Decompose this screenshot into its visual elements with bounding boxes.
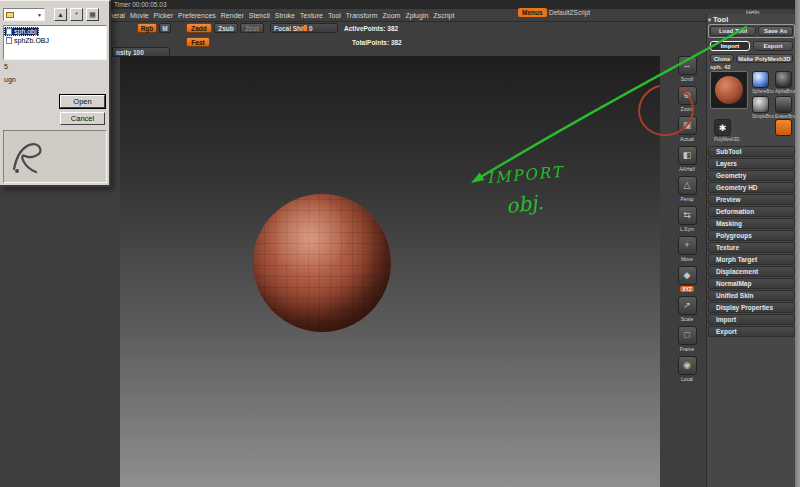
zadd-button[interactable]: Zadd: [186, 23, 212, 33]
shelf-item-move[interactable]: + Move: [668, 236, 706, 262]
up-arrow-icon: ▲: [57, 11, 64, 18]
shelf-label: L.Sym: [680, 226, 694, 232]
zsub-button[interactable]: Zsub: [214, 23, 238, 33]
section-unified-skin[interactable]: Unified Skin: [708, 290, 795, 301]
menu-zoom[interactable]: Zoom: [382, 12, 400, 19]
import-button[interactable]: Import: [710, 41, 750, 51]
shelf-item-lsym[interactable]: ⇆ L.Sym: [668, 206, 706, 232]
shelf-label: Persp: [680, 196, 693, 202]
section-displacement[interactable]: Displacement: [708, 266, 795, 277]
menu-zscript[interactable]: Zscript: [433, 12, 454, 19]
recent-tool-label: PolyMesh3D: [714, 137, 750, 142]
current-tool-name: sph. 42: [710, 64, 731, 70]
shelf-item-local[interactable]: ◉ Local: [668, 356, 706, 382]
section-masking[interactable]: Masking: [708, 218, 795, 229]
menu-movie[interactable]: Movie: [130, 12, 149, 19]
recent-tool-label: SimpleBrush: [752, 114, 774, 119]
clone-button[interactable]: Clone: [710, 54, 734, 63]
shelf-item-persp[interactable]: △ Persp: [668, 176, 706, 202]
section-preview[interactable]: Preview: [708, 194, 795, 205]
window-title: Timer 00:00:05.03: [114, 1, 167, 8]
m-mode-button[interactable]: M: [159, 23, 171, 33]
menu-transform[interactable]: Transform: [346, 12, 378, 19]
section-polygroups[interactable]: Polygroups: [708, 230, 795, 241]
clipped-label-filetype: ugn: [4, 76, 16, 83]
load-tool-button[interactable]: Load Tool: [710, 26, 756, 36]
shelf-item-xyz[interactable]: ◆ XYZ: [668, 266, 706, 292]
make-polymesh3d-button[interactable]: Make PolyMesh3D: [736, 54, 793, 63]
open-file-dialog: ▼ ▲ * ▦ sph.obj sphZb.OBJ 5 ugn Open Can…: [0, 0, 111, 187]
folder-icon: [6, 12, 14, 18]
menu-tool[interactable]: Tool: [328, 12, 341, 19]
shelf-item-scroll[interactable]: ↔ Scroll: [668, 56, 706, 82]
section-subtool[interactable]: SubTool: [708, 146, 795, 157]
shelf-item-actual[interactable]: ▣ Actual: [668, 116, 706, 142]
default-zscript-button[interactable]: DefaultZScript: [549, 9, 590, 16]
menu-texture[interactable]: Texture: [300, 12, 323, 19]
menu-picker[interactable]: Picker: [154, 12, 173, 19]
export-button[interactable]: Export: [753, 41, 793, 51]
section-geometry[interactable]: Geometry: [708, 170, 795, 181]
section-import[interactable]: Import: [708, 314, 795, 325]
shelf-label: Scale: [681, 316, 694, 322]
shelf-item-scale[interactable]: ↗ Scale: [668, 296, 706, 322]
rgb-mode-button[interactable]: Rgb: [137, 23, 157, 33]
tool-palette-header[interactable]: ▾ Tool: [708, 15, 728, 24]
open-button[interactable]: Open: [60, 95, 105, 108]
section-display-properties[interactable]: Display Properties: [708, 302, 795, 313]
recent-tool-orange[interactable]: [775, 119, 797, 136]
section-export[interactable]: Export: [708, 326, 795, 337]
recent-tool-sphere3d[interactable]: SphereBrush: [752, 71, 774, 94]
shelf-item-aahalf[interactable]: ◧ AAHalf: [668, 146, 706, 172]
shelf-label: AAHalf: [679, 166, 695, 172]
xyz-axes-icon: ◆: [678, 266, 697, 285]
sculpt-sphere-mesh: [253, 194, 391, 332]
fast-button[interactable]: Fast: [186, 37, 210, 47]
file-name: sph.obj: [14, 28, 37, 35]
menu-stencil[interactable]: Stencil: [249, 12, 270, 19]
menu-separator: [0, 21, 800, 22]
document-canvas[interactable]: [120, 56, 660, 487]
cancel-button[interactable]: Cancel: [60, 112, 105, 125]
menu-preferences[interactable]: Preferences: [178, 12, 216, 19]
focal-shift-slider[interactable]: Focal Shift 0: [270, 23, 338, 33]
active-points-readout: ActivePoints: 382: [344, 25, 398, 32]
file-row[interactable]: sphZb.OBJ: [4, 36, 106, 45]
menu-render[interactable]: Render: [221, 12, 244, 19]
section-deformation[interactable]: Deformation: [708, 206, 795, 217]
symmetry-icon: ⇆: [678, 206, 697, 225]
shelf-item-zoom[interactable]: ⊕ Zoom: [668, 86, 706, 112]
recent-tool-alphabrush[interactable]: AlphaBrush: [775, 71, 797, 94]
save-as-button[interactable]: Save As: [758, 26, 793, 36]
tool-palette-title: Tool: [713, 15, 728, 24]
menus-toggle[interactable]: Menus: [518, 8, 547, 17]
recent-tool-eraserbrush[interactable]: EraserBrush: [775, 96, 797, 119]
section-normalmap[interactable]: NormalMap: [708, 278, 795, 289]
preview-pane: [3, 130, 107, 183]
panel-scrollbar[interactable]: [795, 0, 800, 487]
recent-tool-polymesh3d[interactable]: ✱ PolyMesh3D: [714, 119, 750, 142]
recent-tool-simplebrush[interactable]: SimpleBrush: [752, 96, 774, 119]
shelf-label: Move: [681, 256, 693, 262]
shelf-item-frame[interactable]: □ Frame: [668, 326, 706, 352]
file-icon: [6, 37, 12, 44]
section-geometry-hd[interactable]: Geometry HD: [708, 182, 795, 193]
menu-stroke[interactable]: Stroke: [275, 12, 295, 19]
view-menu-button[interactable]: ▦: [86, 8, 99, 21]
active-tool-thumbnail[interactable]: [710, 71, 748, 109]
combo-arrow-icon[interactable]: ▼: [37, 12, 42, 18]
file-list[interactable]: sph.obj sphZb.OBJ: [3, 25, 107, 60]
new-folder-button[interactable]: *: [70, 8, 83, 21]
section-texture[interactable]: Texture: [708, 242, 795, 253]
scroll-icon: ↔: [678, 56, 697, 75]
look-in-combobox[interactable]: ▼: [3, 8, 45, 21]
zbrush-window: Timer 00:00:05.03 General Movie Picker P…: [0, 0, 800, 487]
up-one-level-button[interactable]: ▲: [54, 8, 67, 21]
section-layers[interactable]: Layers: [708, 158, 795, 169]
section-morph-target[interactable]: Morph Target: [708, 254, 795, 265]
zcut-button[interactable]: Zcut: [240, 23, 264, 33]
alpha-brush-icon: [775, 71, 792, 88]
file-row-selected[interactable]: sph.obj: [4, 27, 39, 36]
menu-zplugin[interactable]: Zplugin: [405, 12, 428, 19]
active-tool-sphere-icon: [715, 76, 743, 104]
